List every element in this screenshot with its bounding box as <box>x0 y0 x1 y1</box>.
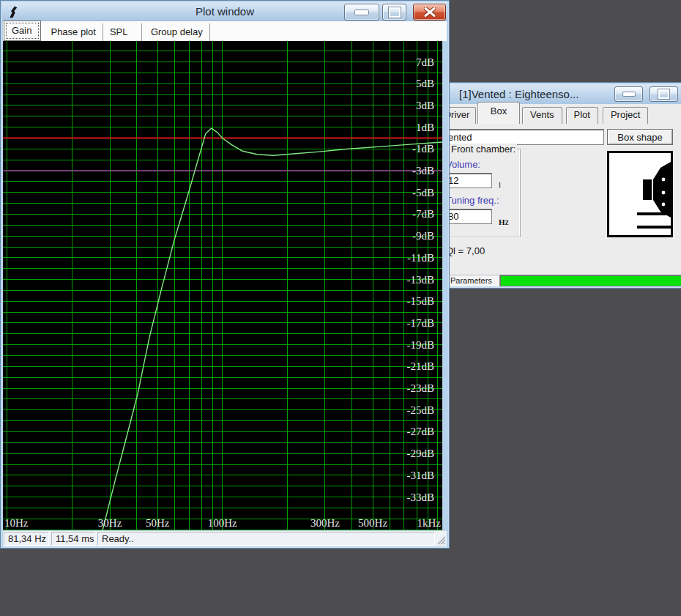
maximize-button[interactable] <box>650 86 678 102</box>
svg-text:-19dB: -19dB <box>407 339 435 351</box>
minimize-icon <box>354 10 369 15</box>
minimize-button[interactable] <box>614 86 643 102</box>
tab-phase-plot[interactable]: Phase plot <box>44 23 103 41</box>
box-shape-image <box>607 151 673 237</box>
tab-gain[interactable]: Gain <box>4 21 41 41</box>
tuning-freq-unit: Hz <box>499 218 509 226</box>
driver-schematic <box>643 162 671 218</box>
tab-plot[interactable]: Plot <box>566 107 598 124</box>
box-window-tabstrip: Driver Box Vents Plot Project <box>434 104 681 124</box>
svg-text:-21dB: -21dB <box>407 360 435 372</box>
svg-text:5dB: 5dB <box>416 78 434 89</box>
svg-text:300Hz: 300Hz <box>310 517 340 529</box>
box-window-title: [1]Vented : Eighteenso... <box>459 88 578 100</box>
vent-schematic <box>637 212 671 229</box>
maximize-button[interactable] <box>382 4 406 21</box>
status-message: Ready.. <box>97 532 435 546</box>
status-cursor-time: 11,54 ms <box>51 532 95 546</box>
box-window-client: Box shape Front chamber: Volume: l Tunin… <box>434 124 681 286</box>
svg-text:3dB: 3dB <box>416 100 434 111</box>
ql-value-text: Ql = 7,00 <box>446 245 485 256</box>
svg-text:-31dB: -31dB <box>407 470 435 481</box>
svg-text:-29dB: -29dB <box>407 448 435 459</box>
minimize-icon <box>622 92 636 97</box>
box-design-window: [1]Vented : Eighteenso... Driver Box Ven… <box>432 82 681 289</box>
front-chamber-group: Front chamber: Volume: l Tuning freq.: H… <box>439 149 521 237</box>
box-shape-button[interactable]: Box shape <box>607 129 673 145</box>
svg-text:500Hz: 500Hz <box>358 517 387 529</box>
resize-grip[interactable] <box>436 535 446 545</box>
svg-text:7dB: 7dB <box>416 56 434 68</box>
desktop: [1]Vented : Eighteenso... Driver Box Ven… <box>0 0 681 616</box>
svg-text:-1dB: -1dB <box>412 143 434 155</box>
svg-text:30Hz: 30Hz <box>98 517 122 529</box>
close-button[interactable] <box>413 4 446 21</box>
tab-project[interactable]: Project <box>603 107 648 124</box>
maximize-icon <box>658 89 669 99</box>
svg-text:-33dB: -33dB <box>407 491 435 503</box>
svg-text:-27dB: -27dB <box>407 426 435 437</box>
tab-box[interactable]: Box <box>477 102 520 124</box>
plot-window-tabstrip: Gain Phase plot SPL Group delay <box>3 21 447 41</box>
tab-vents[interactable]: Vents <box>522 107 562 124</box>
close-icon <box>424 7 436 17</box>
volume-unit: l <box>499 180 501 189</box>
minimize-button[interactable] <box>344 4 379 21</box>
svg-text:-11dB: -11dB <box>407 252 434 264</box>
svg-text:-25dB: -25dB <box>407 404 435 416</box>
tuning-freq-label: Tuning freq.: <box>446 195 499 206</box>
svg-text:-15dB: -15dB <box>407 295 435 307</box>
plot-status-bar: 81,34 Hz 11,54 ms Ready.. <box>3 530 447 546</box>
svg-text:-5dB: -5dB <box>412 187 434 198</box>
svg-text:-9dB: -9dB <box>412 230 434 242</box>
gain-plot[interactable]: 7dB5dB3dB1dB-1dB-3dB-5dB-7dB-9dB-11dB-13… <box>3 41 442 530</box>
svg-text:1dB: 1dB <box>416 122 434 133</box>
svg-text:-7dB: -7dB <box>412 208 434 220</box>
front-chamber-legend: Front chamber: <box>450 144 517 155</box>
svg-text:50Hz: 50Hz <box>146 517 170 529</box>
svg-text:-23dB: -23dB <box>407 382 435 394</box>
progress-bar <box>499 275 681 286</box>
svg-text:1kHz: 1kHz <box>417 517 442 529</box>
volume-label: Volume: <box>446 159 480 170</box>
tuning-freq-input[interactable] <box>445 209 492 224</box>
maximize-icon <box>389 7 401 18</box>
svg-text:100Hz: 100Hz <box>208 517 237 529</box>
svg-text:10Hz: 10Hz <box>4 517 29 529</box>
status-cursor-frequency: 81,34 Hz <box>4 532 49 546</box>
plot-window: Plot window Gain Phase plot SPL Group de… <box>0 0 450 549</box>
tab-group-delay[interactable]: Group delay <box>144 23 210 41</box>
svg-text:-17dB: -17dB <box>407 317 435 329</box>
tab-spl[interactable]: SPL <box>103 23 142 41</box>
box-type-field[interactable] <box>439 129 604 145</box>
svg-text:-13dB: -13dB <box>407 274 435 286</box>
volume-input[interactable] <box>445 173 492 188</box>
svg-text:-3dB: -3dB <box>412 165 434 177</box>
